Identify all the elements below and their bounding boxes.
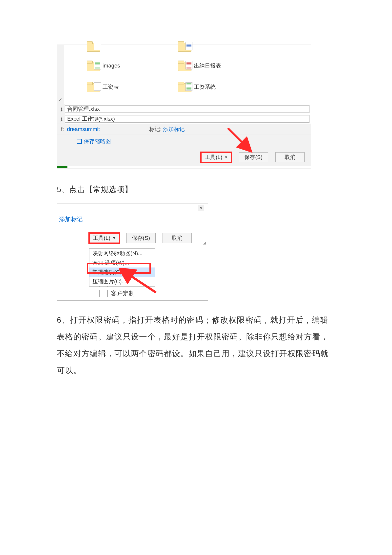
- tools-button-label: 工具(L): [93, 234, 110, 242]
- list-item-label: 客户定制: [111, 289, 135, 297]
- thumbnail-row: 保存缩略图: [57, 135, 311, 148]
- folder-icon: [87, 41, 100, 52]
- save-button-label: 保存(S): [244, 154, 262, 161]
- tools-menu-screenshot: ∨ 添加标记 工具(L) ▼ 保存(S) 取消 映射网络驱动器(N)... We…: [57, 203, 208, 301]
- folder-icon: [87, 82, 100, 92]
- field-prefix: f:: [57, 126, 65, 133]
- save-button[interactable]: 保存(S): [126, 233, 156, 243]
- tag-label: 标记:: [149, 126, 162, 133]
- folder-churiribao[interactable]: 出纳日报表: [178, 61, 221, 71]
- tools-button[interactable]: 工具(L) ▼: [89, 233, 120, 243]
- tools-dropdown-menu: 映射网络驱动器(N)... Web 选项(W)... 常规选项(G)... 压缩…: [89, 248, 155, 287]
- filename-row: ): 合同管理.xlsx: [57, 104, 311, 114]
- menu-item-general-options[interactable]: 常规选项(G)...: [89, 267, 155, 277]
- field-prefix: ):: [57, 104, 65, 114]
- folder-label: 出纳日报表: [194, 62, 221, 69]
- step5-caption: 5、点击【常规选项】: [57, 181, 329, 197]
- folder-label: 工资系统: [194, 83, 216, 91]
- cancel-button-label: 取消: [285, 154, 295, 161]
- step6-paragraph: 6、打开权限密码，指打开表格时的密码；修改权限密码，就打开后，编辑表格的密码。建…: [57, 311, 329, 379]
- author-tag-row: f: dreamsummit 标记: 添加标记: [57, 124, 311, 135]
- thumbnail-checkbox[interactable]: [77, 139, 82, 144]
- filename-input[interactable]: 合同管理.xlsx: [65, 105, 309, 113]
- thumbnail-label: 保存缩略图: [84, 138, 111, 145]
- author-link[interactable]: dreamsummit: [67, 126, 100, 133]
- folder-item[interactable]: [178, 41, 191, 52]
- chevron-down-icon: ▼: [224, 155, 228, 159]
- file-browser-area: ✓ images 出纳日报表 工资表: [57, 45, 311, 104]
- folder-images[interactable]: images: [87, 61, 120, 71]
- folder-icon: [178, 61, 191, 71]
- combo-strip: ∨: [57, 203, 208, 212]
- tools-button-label: 工具(L): [205, 154, 222, 161]
- folder-gongzixitong[interactable]: 工资系统: [178, 82, 216, 92]
- dialog-button-row: 工具(L) ▼ 保存(S) 取消: [57, 148, 311, 166]
- folder-item[interactable]: [87, 41, 100, 52]
- folder-label: images: [103, 63, 120, 69]
- chevron-down-icon[interactable]: ∨: [198, 205, 204, 211]
- cancel-button[interactable]: 取消: [275, 152, 305, 162]
- folder-icon: [178, 41, 191, 52]
- add-tag-link[interactable]: 添加标记: [163, 126, 185, 133]
- cancel-button[interactable]: 取消: [163, 233, 192, 243]
- field-prefix: ):: [57, 114, 65, 124]
- chevron-down-icon: ▼: [112, 236, 116, 240]
- folder-gongzibiao[interactable]: 工资表: [87, 82, 119, 92]
- menu-item-web-options[interactable]: Web 选项(W)...: [89, 258, 155, 267]
- menu-item-compress-pictures[interactable]: 压缩图片(C)...: [89, 277, 155, 286]
- add-tag-link[interactable]: 添加标记: [57, 212, 208, 233]
- folder-icon: [87, 61, 100, 71]
- save-button[interactable]: 保存(S): [239, 152, 268, 162]
- cancel-button-label: 取消: [172, 234, 183, 242]
- tools-button[interactable]: 工具(L) ▼: [201, 152, 231, 162]
- sidebar-stub: ✓: [57, 45, 64, 104]
- list-item: 客户定制: [99, 289, 208, 297]
- menu-item-map-network-drive[interactable]: 映射网络驱动器(N)...: [89, 249, 155, 258]
- folder-label: 工资表: [103, 83, 119, 91]
- status-bar-stub: [57, 166, 67, 168]
- filetype-row: ): Excel 工作簿(*.xlsx): [57, 114, 311, 124]
- folder-icon: [178, 82, 191, 92]
- save-as-dialog-fragment: ✓ images 出纳日报表 工资表: [57, 44, 311, 169]
- dialog-button-row: 工具(L) ▼ 保存(S) 取消: [57, 233, 208, 243]
- filetype-select[interactable]: Excel 工作簿(*.xlsx): [65, 115, 309, 123]
- folder-outline-icon: [99, 290, 108, 297]
- save-button-label: 保存(S): [132, 234, 150, 242]
- sidebar-check-icon: ✓: [59, 97, 62, 102]
- resize-grip-icon: [202, 241, 206, 244]
